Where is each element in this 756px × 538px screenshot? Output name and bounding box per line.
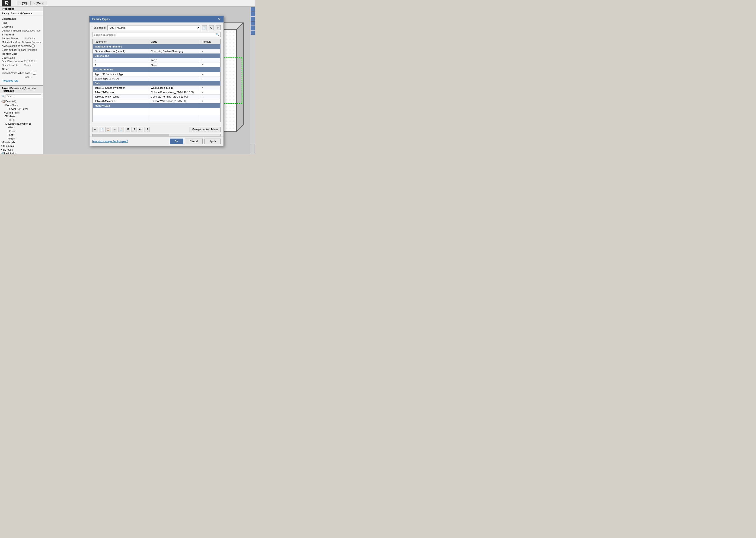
value-table21[interactable]: Column Foundations_[21-01 10 10 30] <box>149 90 200 94</box>
row-table13[interactable]: Table 13-Space by function Wall Spaces_[… <box>93 86 220 90</box>
left-label: └ Left <box>7 134 14 136</box>
graphics-header: Graphics <box>0 25 43 29</box>
delete-type-button[interactable]: ✂ <box>216 25 221 30</box>
search-params-icon: 🔍 <box>216 33 219 36</box>
tab-3d-2[interactable]: ⌂ {3D} ✕ <box>30 1 47 5</box>
row-ifc-predefined[interactable]: Type IFC Predefined Type = <box>93 72 220 77</box>
type-name-select[interactable]: 300 x 450mm <box>107 25 200 30</box>
tree-item-elevations[interactable]: – Elevations (Elevation 1) <box>0 122 43 126</box>
value-h[interactable]: 450.0 <box>149 63 200 67</box>
tree-item-right[interactable]: └ Right <box>0 137 43 140</box>
section-data: Data <box>93 81 220 86</box>
tree-item-ceiling-plans[interactable]: + Ceiling Plans <box>0 111 43 115</box>
row-table41[interactable]: Table 41-Materials Exterior Wall Space_[… <box>93 99 220 103</box>
row-h[interactable]: h 450.0 = <box>93 63 220 67</box>
row-export-ifc[interactable]: Export Type to IFC As = <box>93 77 220 81</box>
omniclass-number-value: 23.25.30.11 <box>24 60 41 63</box>
value-table41[interactable]: Exterior Wall Space_[13-15 11] <box>149 99 200 103</box>
copy-param-button[interactable]: 📋 <box>105 127 111 132</box>
properties-panel-title: Properties <box>0 7 43 11</box>
params-table: Parameter Value Formula Materials and Fi… <box>92 39 221 122</box>
search-params-input[interactable] <box>94 33 216 36</box>
help-link[interactable]: How do I manage family types? <box>92 140 168 143</box>
cut-voids-checkbox[interactable] <box>33 72 36 75</box>
tab-3d-1[interactable]: ⌂ {3D} <box>17 1 30 5</box>
row-table21[interactable]: Table 21-Element Column Foundations_[21-… <box>93 90 220 94</box>
code-name-label: Code Name <box>2 56 24 59</box>
expand-families-icon[interactable]: + <box>1 145 2 147</box>
sort-az-button[interactable]: A↕ <box>138 127 143 132</box>
3d-label: └ {3D} <box>7 119 14 121</box>
manage-lookup-tables-button[interactable]: Manage Lookup Tables <box>189 127 221 132</box>
expand-groups-icon[interactable]: + <box>1 148 2 151</box>
row-table22[interactable]: Table 22-Work results Concrete Forming_[… <box>93 94 220 99</box>
param-b: b <box>93 58 149 63</box>
material-value: Concrete <box>31 41 41 43</box>
expand-3d-icon[interactable]: - <box>4 115 4 118</box>
expand-floor-icon[interactable]: – <box>4 104 5 106</box>
param-ifc-predefined: Type IFC Predefined Type <box>93 72 149 77</box>
groups-label: Groups <box>5 148 13 151</box>
apply-button[interactable]: Apply <box>204 138 221 144</box>
dialog-titlebar: Family Types ✕ <box>89 16 223 23</box>
edit-param-button[interactable]: ✏ <box>92 127 98 132</box>
browser-search-input[interactable] <box>6 94 41 98</box>
paste-param-button[interactable]: 📑 <box>118 127 124 132</box>
export-geometry-label: Always export as geometry <box>2 44 31 47</box>
ok-button[interactable]: OK <box>170 138 183 144</box>
section-shape-label: Section Shape <box>2 37 24 40</box>
search-params-box: 🔍 <box>92 32 221 37</box>
expand-elev-icon[interactable]: – <box>4 123 5 125</box>
new-param-button[interactable]: 📄 <box>99 127 104 132</box>
tree-item-floor-plans[interactable]: – Floor Plans <box>0 103 43 107</box>
tree-item-views[interactable]: - 📋 Views (all) <box>0 99 43 103</box>
sort-za-button[interactable]: ↕Z <box>144 127 150 132</box>
row-b[interactable]: b 300.0 = <box>93 58 220 63</box>
tree-item-back[interactable]: └ Back <box>0 126 43 129</box>
omniclass-number-row: OmniClass Number 23.25.30.11 <box>0 60 43 63</box>
tree-item-3d-views[interactable]: - 3D Views <box>0 115 43 118</box>
formula-structural-material: = <box>200 49 220 54</box>
dialog-overlay: Family Types ✕ Type name: 300 x 450mm 📄 <box>43 7 255 154</box>
formula-export-ifc: = <box>200 77 220 81</box>
tree-item-3d[interactable]: └ {3D} <box>0 118 43 122</box>
param-export-ifc: Export Type to IFC As <box>93 77 149 81</box>
dialog-close-button[interactable]: ✕ <box>218 17 221 21</box>
move-up-button[interactable]: ↑E <box>125 127 130 132</box>
duplicate-type-button[interactable]: 📄 <box>202 25 207 30</box>
value-b[interactable]: 300.0 <box>149 58 200 63</box>
horizontal-scrollbar[interactable] <box>92 134 221 136</box>
delete-param-button[interactable]: ✂ <box>112 127 117 132</box>
value-structural-material[interactable]: Concrete, Cast-in-Place gray <box>149 49 200 54</box>
section-identity-label: Identity Data <box>93 103 220 108</box>
expand-views-icon[interactable]: - <box>1 100 2 102</box>
material-row: Material for Model Behavior Concrete <box>0 40 43 44</box>
tab-label-1: ⌂ {3D} <box>20 2 27 5</box>
row-structural-material[interactable]: Structural Material (default) Concrete, … <box>93 49 220 54</box>
export-geometry-row: Always export as geometry <box>0 44 43 48</box>
structural-header: Structural <box>0 32 43 37</box>
tree-item-lower-ref[interactable]: └ Lower Ref. Level <box>0 107 43 111</box>
formula-table13: = <box>200 86 220 90</box>
tree-item-left[interactable]: └ Left <box>0 133 43 137</box>
value-ifc-predefined[interactable] <box>149 72 200 77</box>
tree-item-groups[interactable]: + ⊞ Groups <box>0 148 43 151</box>
export-geometry-checkbox[interactable] <box>31 44 34 47</box>
tree-item-sheets[interactable]: □ Sheets (all) <box>0 140 43 144</box>
col-value: Value <box>149 39 200 44</box>
tab-close-icon[interactable]: ✕ <box>42 2 44 5</box>
scrollbar-thumb-h[interactable] <box>92 134 169 136</box>
right-label: └ Right <box>7 137 15 140</box>
properties-help-link[interactable]: Properties help <box>0 79 43 82</box>
value-table22[interactable]: Concrete Forming_[22-03 11 00] <box>149 94 200 99</box>
host-row: Host <box>0 21 43 25</box>
value-export-ifc[interactable] <box>149 77 200 81</box>
move-down-button[interactable]: ↓E <box>131 127 137 132</box>
expand-ceiling-icon[interactable]: + <box>4 111 5 114</box>
rename-type-button[interactable]: AI <box>209 25 214 30</box>
cancel-button[interactable]: Cancel <box>185 138 203 144</box>
tree-item-families[interactable]: + ⊞ Families <box>0 144 43 148</box>
value-table13[interactable]: Wall Spaces_[13-15] <box>149 86 200 90</box>
tree-item-front[interactable]: └ Front <box>0 129 43 133</box>
tree-item-revit-links[interactable]: 🔗 Revit Links <box>0 151 43 154</box>
